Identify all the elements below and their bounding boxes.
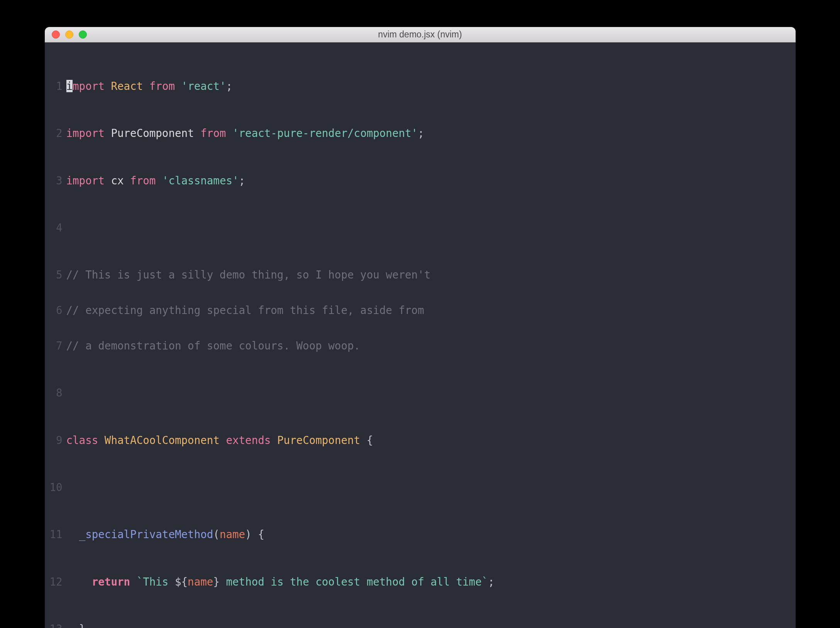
code-line: 10 (45, 481, 796, 493)
code-line: 13 } (45, 623, 796, 628)
line-number: 4 (45, 222, 66, 234)
code-line: 4 (45, 222, 796, 234)
line-number: 3 (45, 175, 66, 187)
window-title: nvim demo.jsx (nvim) (45, 29, 796, 40)
code-line: 1import React from 'react'; (45, 80, 796, 92)
line-number: 2 (45, 127, 66, 139)
cursor: i (66, 80, 73, 92)
code-line: 12 return `This ${name} method is the co… (45, 576, 796, 588)
terminal-window: nvim demo.jsx (nvim) 1import React from … (45, 27, 796, 628)
code-line: 6// expecting anything special from this… (45, 304, 796, 316)
code-line: 3import cx from 'classnames'; (45, 175, 796, 187)
code-line: 2import PureComponent from 'react-pure-r… (45, 127, 796, 139)
editor-area[interactable]: 1import React from 'react'; 2import Pure… (45, 42, 796, 628)
code-line: 8 (45, 387, 796, 399)
code-line: 9class WhatACoolComponent extends PureCo… (45, 434, 796, 446)
code-line: 7// a demonstration of some colours. Woo… (45, 340, 796, 352)
titlebar[interactable]: nvim demo.jsx (nvim) (45, 27, 796, 42)
line-number: 1 (45, 80, 66, 92)
code-line: 11 _specialPrivateMethod(name) { (45, 528, 796, 540)
code-line: 5// This is just a silly demo thing, so … (45, 269, 796, 281)
